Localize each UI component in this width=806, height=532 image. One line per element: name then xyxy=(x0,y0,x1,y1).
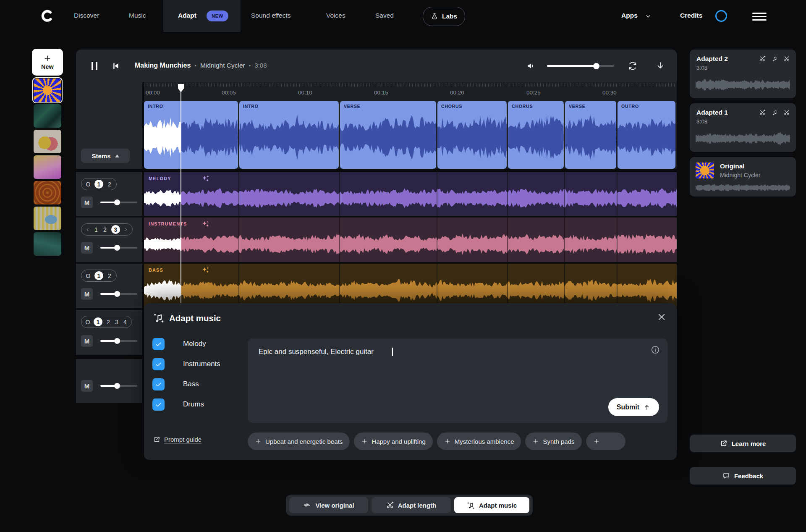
section-intro-2[interactable]: INTRO xyxy=(239,101,339,169)
section-verse-1[interactable]: VERSE xyxy=(340,101,436,169)
learn-more-button[interactable]: Learn more xyxy=(690,435,796,452)
section-outro[interactable]: OUTRO xyxy=(618,101,675,169)
track-thumbnail-7[interactable] xyxy=(34,232,61,256)
melody-version-selector[interactable]: O 1 2 xyxy=(81,178,117,190)
instruments-version-selector[interactable]: 1 2 3 xyxy=(81,223,133,236)
instruments-version-1[interactable]: 1 xyxy=(94,226,99,233)
chevron-left-icon[interactable] xyxy=(86,228,90,232)
drums-version-selector[interactable]: O 1 2 3 4 xyxy=(81,316,132,328)
stems-toggle-button[interactable]: Stems xyxy=(81,149,130,163)
drums-checkbox[interactable] xyxy=(152,398,165,411)
bass-volume-knob[interactable] xyxy=(114,291,120,297)
instruments-volume-knob[interactable] xyxy=(114,245,120,251)
bass-version-selector[interactable]: O 1 2 xyxy=(81,270,117,282)
chevron-down-icon[interactable] xyxy=(645,13,652,20)
track-thumbnail-6[interactable] xyxy=(34,207,61,230)
chip-happy[interactable]: Happy and uplifting xyxy=(354,432,432,450)
chevron-right-icon[interactable] xyxy=(124,228,128,232)
drums-version-1-selected[interactable]: 1 xyxy=(94,317,102,326)
drums-volume-knob[interactable] xyxy=(114,338,120,344)
credits-ring-icon[interactable] xyxy=(715,10,727,22)
melody-mute-button[interactable]: M xyxy=(81,197,93,208)
adapt-music-button[interactable]: Adapt music xyxy=(454,497,529,513)
section-chorus-1[interactable]: CHORUS xyxy=(437,101,507,169)
melody-checkbox-row[interactable]: Melody xyxy=(152,338,165,350)
bass-track[interactable]: BASS xyxy=(144,264,677,308)
melody-version-1-selected[interactable]: 1 xyxy=(94,180,103,189)
prompt-input[interactable]: Epic and suspenseful, Electric guitar Su… xyxy=(248,338,667,423)
adapted-1-card[interactable]: Adapted 1 3:08 xyxy=(690,103,796,152)
melody-volume-knob[interactable] xyxy=(114,199,120,205)
pause-button[interactable] xyxy=(92,62,97,70)
submit-button[interactable]: Submit xyxy=(608,398,659,416)
skip-to-start-button[interactable] xyxy=(111,61,120,71)
adapt-length-icon[interactable] xyxy=(759,109,766,116)
adapt-length-button[interactable]: Adapt length xyxy=(372,497,451,513)
drums-version-4[interactable]: 4 xyxy=(123,319,128,325)
section-chorus-2[interactable]: CHORUS xyxy=(508,101,564,169)
view-original-button[interactable]: View original xyxy=(289,497,368,513)
bass-version-o[interactable]: O xyxy=(86,273,91,279)
app-logo-icon[interactable] xyxy=(40,9,54,23)
credits-label[interactable]: Credits xyxy=(680,12,702,19)
info-icon[interactable] xyxy=(651,345,660,354)
hamburger-menu-icon[interactable] xyxy=(752,13,767,21)
chip-partial[interactable] xyxy=(586,432,625,450)
track-thumbnail-1-selected[interactable] xyxy=(34,79,61,102)
labs-button[interactable]: Labs xyxy=(423,7,465,26)
drums-version-3[interactable]: 3 xyxy=(114,319,119,325)
adapt-music-icon[interactable] xyxy=(771,109,778,116)
melody-checkbox[interactable] xyxy=(152,338,165,350)
close-icon[interactable] xyxy=(657,312,666,322)
nav-item-discover[interactable]: Discover xyxy=(74,12,99,19)
section-intro-1[interactable]: INTRO xyxy=(144,101,238,169)
bass-mute-button[interactable]: M xyxy=(81,288,93,300)
arrangement-track[interactable]: INTRO INTRO VERSE CHORUS CHORUS VERS xyxy=(144,101,677,169)
drums-mute-button[interactable]: M xyxy=(81,335,93,347)
master-mute-button[interactable]: M xyxy=(81,380,93,392)
loop-icon[interactable] xyxy=(628,61,638,71)
nav-item-sound-effects[interactable]: Sound effects xyxy=(251,12,291,19)
trim-icon[interactable] xyxy=(783,109,790,116)
drums-version-o[interactable]: O xyxy=(85,319,90,325)
nav-item-music[interactable]: Music xyxy=(129,12,146,19)
section-verse-2[interactable]: VERSE xyxy=(565,101,616,169)
apps-menu[interactable]: Apps xyxy=(621,12,638,19)
bass-checkbox[interactable] xyxy=(152,378,165,390)
adapt-length-icon[interactable] xyxy=(759,55,766,62)
instruments-version-3-selected[interactable]: 3 xyxy=(111,225,120,234)
melody-track[interactable]: MELODY xyxy=(144,172,677,216)
track-thumbnail-4[interactable] xyxy=(34,155,61,179)
drums-version-2[interactable]: 2 xyxy=(106,319,111,325)
instruments-checkbox[interactable] xyxy=(152,358,165,370)
prompt-guide-link[interactable]: Prompt guide xyxy=(153,436,202,443)
chip-mysterious[interactable]: Mysterious ambience xyxy=(437,432,521,450)
feedback-button[interactable]: Feedback xyxy=(690,467,796,485)
master-volume-knob[interactable] xyxy=(114,383,120,389)
timeline-tracks-area[interactable]: 00:00 00:05 00:10 00:15 00:20 00:25 00:3… xyxy=(144,82,677,309)
nav-item-adapt[interactable]: Adapt xyxy=(178,12,196,19)
bass-version-2[interactable]: 2 xyxy=(107,273,112,279)
instruments-checkbox-row[interactable]: Instruments xyxy=(152,358,165,370)
track-thumbnail-5[interactable] xyxy=(34,181,61,204)
chip-synth-pads[interactable]: Synth pads xyxy=(525,432,581,450)
time-ruler[interactable]: 00:00 00:05 00:10 00:15 00:20 00:25 00:3… xyxy=(144,82,677,101)
melody-version-2[interactable]: 2 xyxy=(107,181,112,188)
instruments-mute-button[interactable]: M xyxy=(81,242,93,254)
nav-item-saved[interactable]: Saved xyxy=(375,12,394,19)
drums-checkbox-row[interactable]: Drums xyxy=(152,398,165,411)
chip-upbeat[interactable]: Upbeat and energetic beats xyxy=(248,432,350,450)
playhead-line[interactable] xyxy=(181,84,181,309)
volume-slider-knob[interactable] xyxy=(593,63,599,69)
download-icon[interactable] xyxy=(655,61,665,71)
instruments-track[interactable]: INSTRUMENTS xyxy=(144,218,677,262)
adapted-2-card[interactable]: Adapted 2 3:08 xyxy=(690,50,796,98)
original-card[interactable]: Original Midnight Cycler xyxy=(690,157,796,197)
adapt-music-icon[interactable] xyxy=(771,55,778,62)
bass-version-1-selected[interactable]: 1 xyxy=(94,271,103,280)
melody-version-o[interactable]: O xyxy=(86,181,91,188)
trim-icon[interactable] xyxy=(783,55,790,62)
track-thumbnail-3[interactable] xyxy=(34,130,61,153)
track-thumbnail-2[interactable] xyxy=(34,104,61,128)
volume-icon[interactable] xyxy=(526,61,536,71)
